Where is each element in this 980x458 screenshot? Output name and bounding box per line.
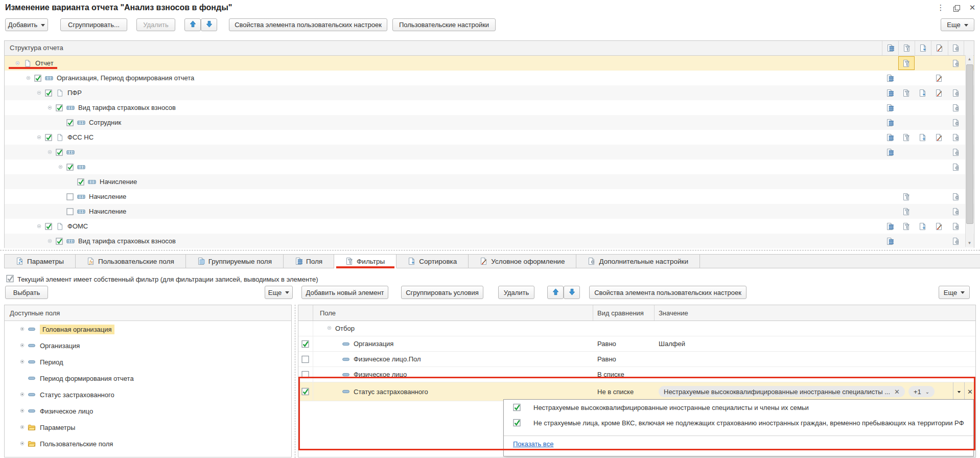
collapse-icon[interactable] [58,164,63,170]
fields-indicator-icon[interactable] [882,145,898,159]
condition-user-settings-properties-button[interactable]: Свойства элемента пользовательских настр… [589,286,746,299]
collapse-icon[interactable] [26,75,31,81]
tab-поля[interactable]: Поля [284,255,334,268]
filter-condition-row[interactable]: ОрганизацияРавноШалфей [298,336,975,352]
filter-indicator-icon[interactable] [898,85,915,100]
fields-indicator-icon[interactable] [882,219,898,234]
expand-icon[interactable] [19,358,25,366]
tree-row[interactable]: Начисление [5,189,974,204]
tree-node-checkbox[interactable] [56,148,63,156]
collapse-icon[interactable] [36,223,42,229]
tree-row[interactable] [5,145,974,159]
appearance-indicator-icon[interactable] [931,219,947,234]
fields-indicator-icon[interactable] [882,234,898,248]
settings-indicator-icon[interactable] [948,234,964,248]
restore-window-icon[interactable] [949,2,963,13]
sort-indicator-icon[interactable] [915,85,931,100]
expand-icon[interactable] [19,407,25,415]
tab-пользовательские-поля[interactable]: fxПользовательские поля [76,255,186,268]
user-settings-button[interactable]: Пользовательские настройки [392,18,496,31]
group-conditions-button[interactable]: Сгруппировать условия [401,286,483,299]
filter-indicator-icon[interactable] [898,189,915,204]
tab-условное-оформление[interactable]: Условное оформление [469,255,576,268]
tree-node-checkbox[interactable] [66,119,74,127]
filter-indicator-icon[interactable] [898,130,915,145]
collapse-icon[interactable] [47,238,53,244]
filter-condition-row[interactable]: Физическое лицоВ списке [298,367,975,382]
tree-node-checkbox[interactable] [45,89,53,97]
select-button[interactable]: Выбрать [5,286,48,299]
element-user-settings-properties-button[interactable]: Свойства элемента пользовательских настр… [229,18,387,31]
settings-indicator-icon[interactable] [948,159,964,174]
group-button[interactable]: Сгруппировать... [60,18,127,31]
filter-column-icon[interactable] [898,41,915,55]
collapse-icon[interactable] [47,149,53,155]
appearance-column-icon[interactable] [931,41,947,55]
fields-indicator-icon[interactable] [882,130,898,145]
tree-node-checkbox[interactable] [66,163,74,171]
collapse-icon[interactable] [326,325,332,332]
expand-icon[interactable] [19,391,25,399]
own-filter-checkbox[interactable] [6,274,14,284]
appearance-indicator-icon[interactable] [931,85,947,100]
tree-row[interactable]: Отчет [5,56,974,71]
available-field-item[interactable]: Период формирования отчета [5,370,291,386]
appearance-indicator-icon[interactable] [931,71,947,85]
available-field-item[interactable]: Физическое лицо [5,403,291,419]
sort-indicator-icon[interactable] [915,130,931,145]
dropdown-item-checkbox[interactable] [513,403,521,411]
filter-condition-row[interactable]: Статус застрахованногоНе в спискеНестрах… [298,382,975,401]
fields-indicator-icon[interactable] [882,71,898,85]
move-down-button[interactable] [201,18,217,31]
collapse-icon[interactable] [47,105,53,110]
tree-scrollbar[interactable]: ▲ ▼ [965,55,973,247]
show-all-link[interactable]: Показать все [513,440,553,448]
filter-indicator-icon[interactable] [898,204,915,219]
settings-indicator-icon[interactable] [948,56,964,71]
available-field-item[interactable]: Параметры [5,419,291,436]
expand-icon[interactable] [19,440,25,448]
dropdown-value-item[interactable]: Нестрахуемые высококвалифицированные ино… [504,400,973,415]
available-field-item[interactable]: Головная организация [5,321,291,337]
own-filter-checkbox-row[interactable]: Текущий элемент имеет собственный фильтр… [6,274,318,284]
tree-node-checkbox[interactable] [34,74,42,82]
condition-up-button[interactable] [547,286,564,299]
more-button-available-fields[interactable]: Еще [265,286,293,299]
horizontal-splitter[interactable] [0,250,980,250]
tab-дополнительные-настройки[interactable]: Дополнительные настройки [576,255,700,268]
sort-indicator-icon[interactable] [915,219,931,234]
tree-node-checkbox[interactable] [56,237,63,245]
settings-indicator-icon[interactable] [948,100,964,115]
fields-indicator-icon[interactable] [882,115,898,130]
window-menu-icon[interactable]: ⋮ [934,2,947,13]
filter-indicator-icon[interactable] [898,219,915,234]
tree-row[interactable]: ФСС НС [5,130,974,145]
available-field-item[interactable]: Статус застрахованного [5,386,291,403]
clear-value-button[interactable]: ✕ [964,382,975,401]
tree-row[interactable]: Вид тарифа страховых взносов [5,100,974,115]
filter-indicator-icon[interactable] [898,56,915,71]
sort-column-icon[interactable] [915,41,931,55]
value-chip[interactable]: Нестрахуемые высококвалифицированные ино… [659,386,905,397]
appearance-indicator-icon[interactable] [931,130,947,145]
collapse-icon[interactable] [36,134,42,140]
tree-node-checkbox[interactable] [45,222,53,231]
settings-indicator-icon[interactable] [948,145,964,159]
settings-indicator-icon[interactable] [948,115,964,130]
tree-row[interactable]: Вид тарифа страховых взносов [5,234,974,248]
condition-checkbox[interactable] [301,355,310,363]
tree-row[interactable] [5,159,974,174]
move-up-button[interactable] [184,18,201,31]
vertical-splitter[interactable] [295,305,295,458]
available-field-item[interactable]: Организация [5,337,291,354]
close-window-icon[interactable]: ✕ [966,2,979,13]
more-values-chip[interactable]: +1⌄ [908,386,935,397]
tab-группируемые-поля[interactable]: Группируемые поля [186,255,284,268]
settings-indicator-icon[interactable] [948,130,964,145]
dropdown-value-item[interactable]: Не страхуемые лица, кроме ВКС, включая н… [504,415,973,430]
condition-checkbox[interactable] [301,387,310,396]
expand-icon[interactable] [19,326,25,333]
value-dropdown-button[interactable] [953,382,964,401]
settings-indicator-icon[interactable] [948,204,964,219]
tree-node-checkbox[interactable] [66,208,74,216]
